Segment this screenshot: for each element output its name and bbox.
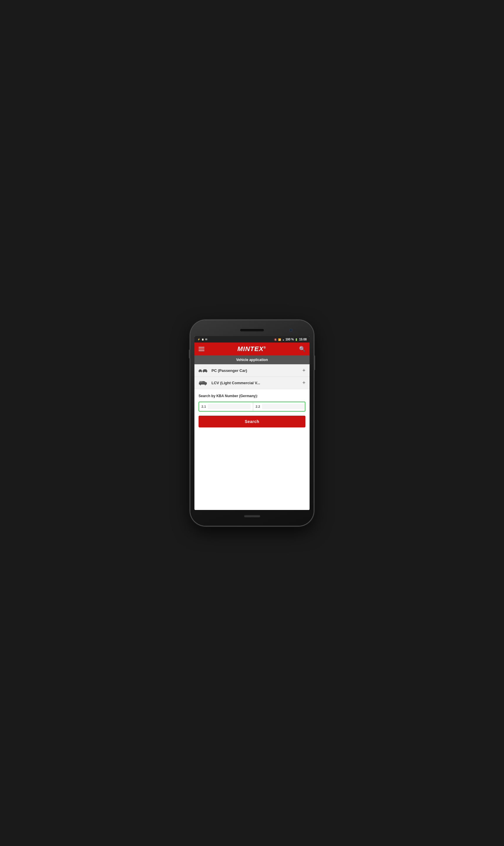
phone-speaker (240, 329, 264, 331)
volume-button (189, 349, 190, 358)
signal-icon (282, 338, 284, 341)
kba-field-1: 2.1 (199, 402, 253, 411)
home-button[interactable] (244, 515, 260, 517)
vehicle-icon-pc (199, 368, 208, 373)
page-title-text: Vehicle application (236, 358, 268, 362)
kba-inputs-container: 2.1 2.2 (199, 401, 305, 412)
lcv-van-svg (199, 380, 208, 386)
battery-icon (295, 338, 298, 341)
phone-camera (290, 329, 292, 331)
mute-icon (274, 338, 277, 341)
status-icons-left (197, 338, 208, 341)
phone-top-bar (194, 325, 310, 335)
svg-point-6 (203, 371, 204, 372)
wifi-icon (278, 338, 281, 341)
phone-bottom-bar (194, 512, 310, 521)
status-bar: 100 % 15:08 (194, 336, 310, 343)
logo-text: MINTEX (237, 345, 264, 353)
kba-title: Search by KBA Number (Germany): (199, 394, 305, 398)
svg-point-7 (206, 371, 207, 372)
svg-point-10 (200, 384, 201, 385)
kba-label-1: 2.1 (201, 405, 206, 408)
svg-point-3 (201, 371, 201, 372)
clock: 15:08 (299, 338, 307, 341)
phone-device: 100 % 15:08 MINTEX® 🔍 Vehicle applicatio… (190, 320, 314, 526)
kba-input-2[interactable] (262, 404, 305, 409)
usb-icon (197, 338, 200, 341)
passenger-car-svg (199, 368, 208, 373)
vehicle-item-lcv[interactable]: LCV (Light Commercial V... + (194, 377, 310, 389)
app-header: MINTEX® 🔍 (194, 343, 310, 356)
svg-point-2 (199, 371, 200, 372)
svg-marker-5 (203, 369, 207, 371)
hamburger-menu-button[interactable] (199, 347, 204, 351)
hamburger-line-2 (199, 349, 204, 349)
main-content: PC (Passenger Car) + (194, 364, 310, 510)
svg-point-11 (205, 384, 206, 385)
logo-reg: ® (264, 346, 266, 349)
app-logo: MINTEX® (237, 345, 266, 353)
vehicle-label-pc: PC (Passenger Car) (212, 368, 302, 373)
battery-percentage: 100 % (286, 338, 294, 341)
sd-icon (201, 338, 204, 341)
vehicle-plus-lcv: + (302, 380, 305, 386)
image-icon (205, 338, 208, 341)
status-icons-right: 100 % 15:08 (274, 338, 307, 341)
svg-rect-12 (199, 381, 202, 382)
vehicle-icon-lcv (199, 380, 208, 386)
vehicle-label-lcv: LCV (Light Commercial V... (212, 381, 302, 385)
search-button[interactable]: Search (199, 416, 305, 427)
phone-screen: 100 % 15:08 MINTEX® 🔍 Vehicle applicatio… (194, 336, 310, 510)
hamburger-line-3 (199, 350, 204, 351)
vehicle-plus-pc: + (302, 367, 305, 374)
kba-label-2: 2.2 (255, 405, 260, 408)
hamburger-line-1 (199, 347, 204, 347)
svg-marker-1 (199, 369, 202, 370)
kba-section: Search by KBA Number (Germany): 2.1 2.2 … (194, 389, 310, 432)
search-icon[interactable]: 🔍 (299, 346, 305, 352)
vehicle-item-pc[interactable]: PC (Passenger Car) + (194, 364, 310, 377)
kba-field-2: 2.2 (253, 402, 305, 411)
power-button (314, 356, 315, 370)
kba-input-1[interactable] (208, 404, 251, 409)
svg-rect-8 (199, 382, 207, 384)
page-title: Vehicle application (194, 356, 310, 364)
